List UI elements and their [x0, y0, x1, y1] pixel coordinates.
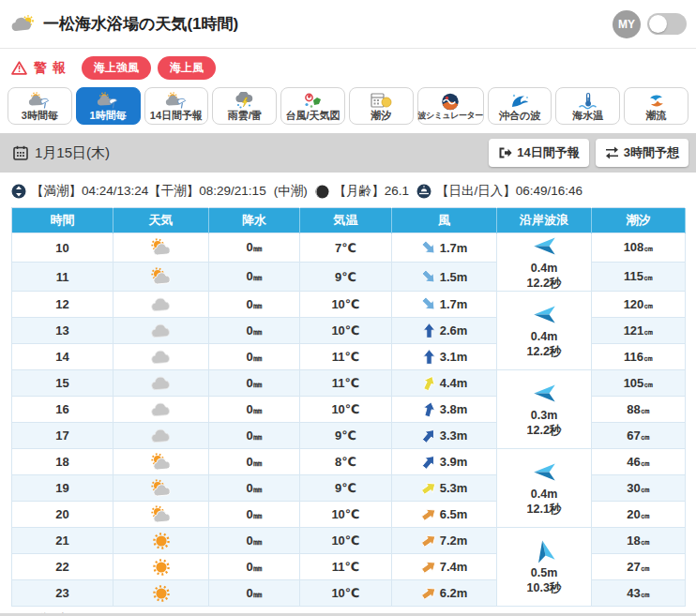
tab-3hour[interactable]: 3時間毎: [8, 87, 72, 125]
warning-badge-1[interactable]: 海上風: [158, 56, 216, 80]
tab-offshore-wave[interactable]: 沖合の波: [488, 87, 552, 125]
weather-cell: [113, 554, 209, 580]
column-header: 降水: [209, 208, 300, 233]
time-cell: 13: [12, 318, 113, 344]
table-header-row: 時間天気降水気温風沿岸波浪潮汐: [12, 208, 686, 233]
tab-typhoon-map[interactable]: 台風/天気図: [280, 87, 345, 125]
wind-speed: 1.7m: [440, 297, 468, 311]
tab-tidal-current[interactable]: 潮流: [624, 87, 688, 125]
precip-cell: 0㎜: [209, 449, 300, 475]
wind-cell: 7.4m: [392, 554, 497, 580]
tab-1hour[interactable]: 1時間毎: [76, 87, 141, 125]
toggle-knob: [649, 15, 667, 33]
temp-cell: 11℃: [300, 554, 392, 580]
weather-cell: [113, 370, 209, 397]
wind-speed: 7.2m: [440, 533, 468, 548]
temp-cell: 10℃: [300, 528, 392, 554]
temp-cell: 10℃: [300, 580, 392, 607]
weather-forecast-icon: [27, 92, 52, 110]
my-toggle[interactable]: [647, 13, 687, 35]
wind-cell: 6.2m: [392, 580, 497, 607]
tide-info-row: 【満潮】04:24/13:24【干潮】08:29/21:15 (中潮) 【月齢】…: [0, 173, 696, 200]
column-header: 沿岸波浪: [497, 208, 592, 233]
forecast-table: 時間天気降水気温風沿岸波浪潮汐 100㎜7℃1.7m0.4m12.2秒108㎝1…: [11, 207, 686, 607]
wave-height: 0.4m: [531, 262, 558, 277]
tab-sea-temperature[interactable]: 海水温: [555, 87, 620, 125]
page-title: 一松海水浴場の天気(1時間): [43, 13, 613, 35]
temp-cell: 11℃: [300, 344, 392, 370]
time-cell: 11: [12, 263, 113, 292]
time-cell: 21: [12, 528, 113, 554]
wave-direction-arrow-icon: [532, 538, 557, 566]
warning-label: 警報: [34, 60, 71, 77]
coastal-wave-cell: 0.3m12.2秒: [497, 370, 592, 449]
sea-temperature-icon: [576, 92, 600, 110]
coastal-wave-cell: 0.4m12.2秒: [497, 292, 592, 370]
tab-label: 波シミュレーター: [418, 112, 483, 120]
cloudy-weather-icon: [148, 401, 174, 418]
temp-cell: 10℃: [300, 292, 392, 318]
title-bar: 一松海水浴場の天気(1時間) MY: [0, 0, 696, 49]
tab-rain-lightning[interactable]: 雨雲/雷: [212, 87, 277, 125]
wind-cell: 3.3m: [392, 423, 497, 449]
tide-type: (中潮): [274, 183, 308, 200]
tide-cell: 88㎝: [592, 397, 686, 423]
wind-cell: 1.7m: [392, 292, 497, 318]
tide-cell: 27㎝: [592, 554, 686, 580]
fourteen-day-forecast-label: 14日間予報: [517, 144, 579, 161]
weather-cell: [113, 263, 209, 292]
precip-cell: 0㎜: [209, 502, 300, 528]
wave-simulator-icon: [438, 93, 462, 111]
tab-wave-simulator[interactable]: 波シミュレーター: [417, 87, 484, 125]
wind-cell: 5.3m: [392, 475, 497, 502]
tab-tide[interactable]: 潮汐: [349, 87, 414, 125]
time-cell: 23: [12, 580, 113, 607]
tide-cell: 20㎝: [592, 502, 686, 528]
tidal-current-icon: [644, 92, 669, 110]
precip-cell: 0㎜: [209, 318, 300, 344]
time-cell: 22: [12, 554, 113, 580]
moon-icon: [315, 185, 329, 199]
tide-cell: 67㎝: [592, 423, 686, 449]
wind-cell: 3.8m: [392, 397, 497, 423]
precip-cell: 0㎜: [209, 423, 300, 449]
forecast-table-wrap: 時間天気降水気温風沿岸波浪潮汐 100㎜7℃1.7m0.4m12.2秒108㎝1…: [0, 200, 696, 607]
weather-forecast-icon: [164, 92, 189, 110]
cloud-sun-icon: [9, 14, 38, 35]
weather-cell: [113, 528, 209, 554]
updated-link[interactable]: 08:50分更新: [11, 611, 70, 616]
swap-arrows-icon: [605, 146, 619, 159]
table-row: 120㎜10℃1.7m0.4m12.2秒120㎝: [12, 292, 686, 318]
tab-bar: 3時間毎1時間毎14日間予報雨雲/雷台風/天気図潮汐波シミュレーター沖合の波海水…: [0, 82, 696, 125]
warning-badge-0[interactable]: 海上強風: [82, 56, 151, 80]
wind-speed: 4.4m: [440, 376, 468, 390]
tab-14day[interactable]: 14日間予報: [144, 87, 209, 125]
weather-cell: [113, 502, 209, 528]
my-badge[interactable]: MY: [613, 10, 641, 38]
tide-cell: 18㎝: [592, 528, 686, 554]
tab-label: 潮汐: [371, 111, 391, 121]
precip-cell: 0㎜: [209, 370, 300, 397]
three-hour-forecast-button[interactable]: 3時間予想: [596, 139, 688, 167]
temp-cell: 10℃: [300, 397, 392, 423]
wave-period: 12.1秒: [527, 503, 562, 518]
tab-label: 海水温: [572, 111, 603, 121]
weather-cell: [113, 344, 209, 370]
wind-direction-arrow-icon: [421, 506, 437, 522]
weather-cell: [113, 475, 209, 502]
wind-speed: 3.1m: [440, 350, 468, 364]
sunny-weather-icon: [151, 583, 172, 604]
partly-cloudy-weather-icon: [147, 267, 174, 286]
sunny-weather-icon: [151, 531, 172, 551]
weather-cell: [113, 292, 209, 318]
precip-cell: 0㎜: [209, 263, 300, 292]
wave-height: 0.4m: [531, 330, 558, 345]
temp-cell: 9℃: [300, 423, 392, 449]
temp-cell: 9℃: [300, 263, 392, 292]
time-cell: 10: [12, 233, 113, 263]
fourteen-day-forecast-button[interactable]: 14日間予報: [489, 139, 588, 167]
temp-cell: 10℃: [300, 502, 392, 528]
partly-cloudy-weather-icon: [147, 453, 174, 472]
coastal-wave-cell: 0.4m12.1秒: [497, 449, 592, 528]
tide-cell: 43㎝: [592, 580, 686, 607]
